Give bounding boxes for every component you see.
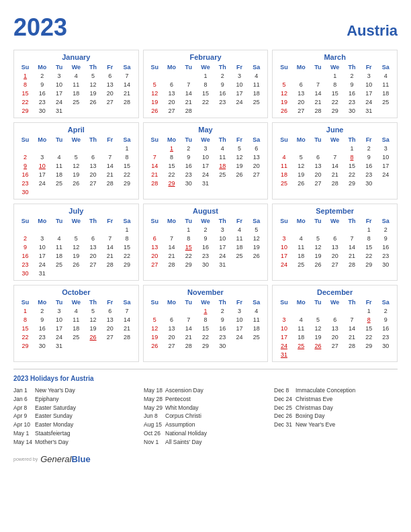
day-cell: 23: [197, 251, 214, 260]
day-cell: 10: [377, 152, 394, 161]
day-header: Th: [214, 136, 231, 144]
day-cell: 14: [326, 161, 343, 170]
day-cell: [248, 106, 265, 115]
day-cell: 4: [293, 234, 310, 242]
day-cell: 5: [275, 80, 292, 89]
day-cell: 26: [293, 179, 310, 187]
day-header: Mo: [163, 63, 180, 71]
day-cell: 14: [118, 80, 135, 89]
day-cell: 28: [326, 179, 343, 187]
holiday-name: Assumption: [165, 420, 195, 429]
day-cell: 26: [231, 170, 248, 179]
month-name: November: [146, 288, 265, 296]
day-cell: [293, 225, 310, 234]
day-cell: [17, 144, 34, 152]
day-cell: [17, 225, 34, 234]
holiday-name: Easter Sunday: [35, 412, 73, 420]
day-cell: 1: [361, 306, 377, 315]
day-cell: 27: [85, 179, 101, 187]
day-cell: 11: [248, 80, 265, 89]
day-cell: [214, 106, 231, 115]
day-cell: [275, 144, 292, 152]
holiday-name: New Year's Eve: [295, 420, 335, 429]
day-header: Fr: [101, 136, 118, 144]
day-cell: 3: [197, 144, 214, 152]
day-header: Su: [17, 298, 34, 306]
day-cell: 11: [50, 242, 67, 251]
day-cell: 7: [163, 234, 180, 242]
day-cell: 20: [310, 170, 326, 179]
day-cell: 19: [146, 97, 163, 106]
day-cell: 20: [101, 89, 118, 97]
day-cell: 6: [293, 80, 310, 89]
day-cell: 28: [343, 260, 360, 269]
day-cell: 3: [361, 71, 377, 80]
holiday-date: Dec 8: [274, 386, 293, 395]
days-grid: 1234567891011121314151617181920212223242…: [275, 225, 394, 269]
day-cell: 28: [343, 341, 360, 350]
days-grid: 1234567891011121314151617181920212223242…: [17, 306, 136, 350]
day-cell: 14: [146, 161, 163, 170]
day-cell: 12: [68, 161, 85, 170]
holidays-section: 2023 Holidays for Austria Jan 1New Year'…: [13, 369, 398, 446]
day-cell: 16: [17, 170, 34, 179]
day-header: Sa: [248, 298, 265, 306]
day-cell: 1: [118, 144, 135, 152]
day-header: Su: [275, 298, 292, 306]
day-cell: 21: [101, 251, 118, 260]
day-cell: 6: [146, 234, 163, 242]
day-cell: 17: [275, 332, 292, 341]
day-cell: 16: [34, 89, 50, 97]
day-header: Mo: [34, 217, 50, 225]
day-cell: 16: [197, 242, 214, 251]
day-cell: 22: [17, 332, 34, 341]
day-cell: 12: [248, 234, 265, 242]
day-cell: 31: [361, 106, 377, 115]
day-cell: 24: [231, 97, 248, 106]
day-cell: 29: [361, 341, 377, 350]
day-header: Su: [17, 63, 34, 71]
day-cell: 3: [50, 306, 67, 315]
day-cell: 9: [180, 152, 197, 161]
day-cell: 3: [34, 152, 50, 161]
day-header: Mo: [163, 298, 180, 306]
day-cell: 26: [248, 251, 265, 260]
day-cell: 25: [68, 97, 85, 106]
day-cell: 20: [293, 97, 310, 106]
day-cell: [326, 306, 343, 315]
day-cell: 24: [34, 179, 50, 187]
day-cell: 25: [68, 332, 85, 341]
holiday-date: Dec 24: [274, 395, 293, 404]
day-header: Tu: [180, 136, 197, 144]
day-cell: 3: [50, 71, 67, 80]
holiday-name: Easter Saturday: [35, 404, 76, 412]
day-cell: 2: [377, 225, 394, 234]
day-cell: 29: [163, 179, 180, 187]
day-cell: 12: [85, 80, 101, 89]
days-grid: 1234567891011121314151617181920212223242…: [275, 306, 394, 359]
holiday-item: Dec 31New Year's Eve: [274, 420, 398, 429]
day-cell: [85, 269, 101, 277]
day-cell: 4: [50, 234, 67, 242]
holiday-date: Apr 9: [13, 412, 32, 420]
month-block: JulySuMoTuWeThFrSa1234567891011121314151…: [13, 204, 139, 281]
day-header: Sa: [248, 136, 265, 144]
day-cell: 8: [361, 315, 377, 324]
holiday-date: May 28: [144, 395, 163, 404]
day-cell: 5: [310, 234, 326, 242]
holiday-date: Nov 1: [144, 438, 163, 447]
day-cell: 1: [17, 71, 34, 80]
day-cell: [326, 350, 343, 359]
day-cell: 10: [50, 80, 67, 89]
day-cell: [310, 71, 326, 80]
day-cell: 11: [248, 315, 265, 324]
day-cell: [377, 350, 394, 359]
day-cell: 23: [343, 97, 360, 106]
day-cell: 17: [34, 170, 50, 179]
day-cell: 20: [163, 97, 180, 106]
day-cell: 19: [310, 251, 326, 260]
day-cell: 3: [214, 225, 231, 234]
day-header: Mo: [293, 298, 310, 306]
day-cell: 29: [118, 260, 135, 269]
day-cell: 14: [343, 242, 360, 251]
